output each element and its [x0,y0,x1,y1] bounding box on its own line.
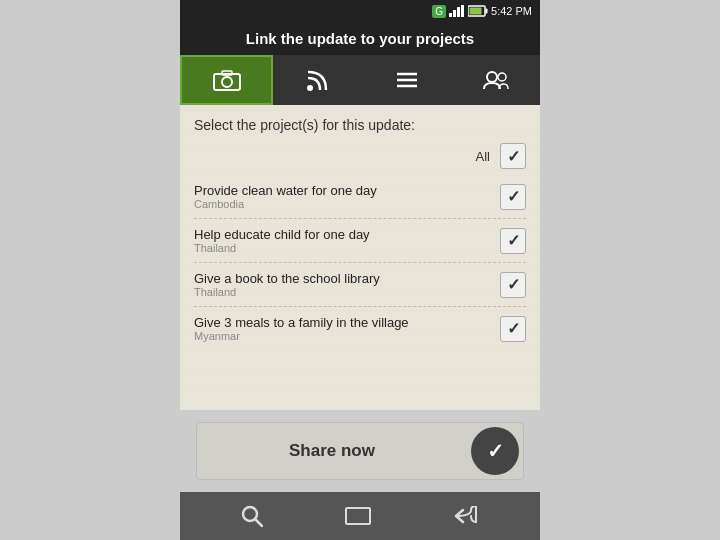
project-location: Cambodia [194,198,377,210]
title-bar: Link the update to your projects [180,22,540,55]
svg-rect-1 [453,10,456,17]
back-icon [453,506,479,526]
title-text: Link the update to your projects [246,30,474,47]
all-row: All [194,143,526,169]
project-checkbox-3[interactable] [500,316,526,342]
battery-icon [468,5,488,17]
svg-rect-3 [461,5,464,17]
project-row: Provide clean water for one day Cambodia [194,175,526,219]
tab-camera[interactable] [180,55,273,105]
project-checkbox-1[interactable] [500,228,526,254]
search-icon [241,505,263,527]
svg-rect-0 [449,13,452,17]
camera-icon [213,69,241,91]
project-name: Provide clean water for one day [194,183,377,198]
svg-rect-18 [346,508,370,524]
svg-point-15 [498,73,506,81]
share-confirm-icon[interactable] [471,427,519,475]
list-icon [395,70,419,90]
project-location: Myanmar [194,330,409,342]
project-checkbox-0[interactable] [500,184,526,210]
time-display: 5:42 PM [491,5,532,17]
g-icon: G [432,5,446,18]
svg-point-10 [307,85,313,91]
share-area: Share now [180,410,540,492]
contacts-icon [482,69,510,91]
phone-frame: G 5:42 PM Link the update to your projec… [180,0,540,540]
project-row: Give 3 meals to a family in the village … [194,307,526,350]
main-content: Select the project(s) for this update: A… [180,105,540,410]
status-icons: G 5:42 PM [432,5,532,18]
project-info: Provide clean water for one day Cambodia [194,183,377,210]
svg-point-8 [222,77,232,87]
all-label: All [476,149,490,164]
back-button[interactable] [439,500,493,532]
search-button[interactable] [227,499,277,533]
project-info: Give 3 meals to a family in the village … [194,315,409,342]
share-button[interactable]: Share now [196,422,524,480]
project-checkbox-2[interactable] [500,272,526,298]
home-icon [345,507,371,525]
all-checkbox[interactable] [500,143,526,169]
project-row: Help educate child for one day Thailand [194,219,526,263]
tab-bar [180,55,540,105]
svg-rect-2 [457,7,460,17]
bottom-nav [180,492,540,540]
tab-list[interactable] [362,55,451,105]
project-name: Help educate child for one day [194,227,370,242]
svg-rect-6 [470,8,482,15]
signal-icon [449,5,465,17]
tab-contacts[interactable] [451,55,540,105]
home-button[interactable] [331,501,385,531]
project-info: Give a book to the school library Thaila… [194,271,380,298]
project-location: Thailand [194,286,380,298]
project-name: Give a book to the school library [194,271,380,286]
status-bar: G 5:42 PM [180,0,540,22]
tab-rss[interactable] [273,55,362,105]
section-title: Select the project(s) for this update: [194,117,526,133]
rss-icon [306,68,330,92]
svg-line-17 [255,519,262,526]
svg-rect-5 [486,9,488,14]
project-row: Give a book to the school library Thaila… [194,263,526,307]
share-label: Share now [197,431,467,471]
project-name: Give 3 meals to a family in the village [194,315,409,330]
project-location: Thailand [194,242,370,254]
svg-point-14 [487,72,497,82]
project-info: Help educate child for one day Thailand [194,227,370,254]
